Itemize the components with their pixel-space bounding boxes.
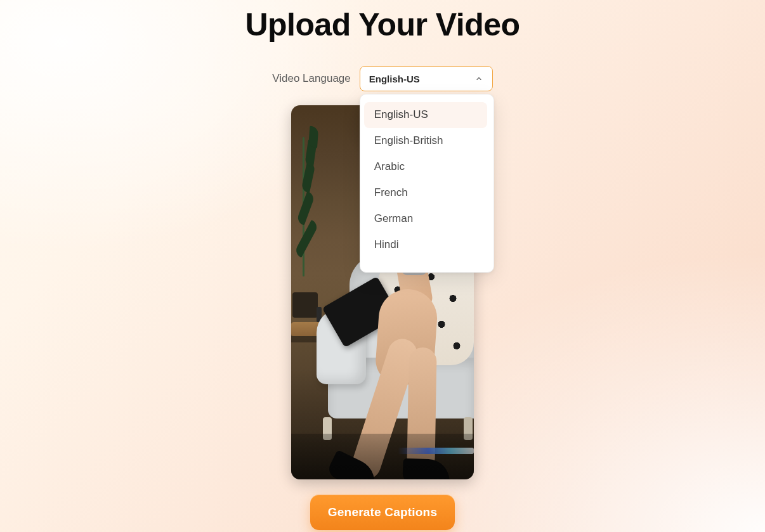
language-option[interactable]: Hindi [364, 232, 487, 258]
language-option[interactable]: English-British [364, 128, 487, 154]
generate-captions-button[interactable]: Generate Captions [310, 495, 455, 530]
language-select-trigger[interactable]: English-US [360, 66, 493, 91]
language-option[interactable]: German [364, 206, 487, 232]
language-select: English-US English-US English-British Ar… [360, 66, 493, 91]
language-row: Video Language English-US English-US Eng… [272, 66, 493, 91]
language-option[interactable]: French [364, 180, 487, 206]
language-option[interactable]: Arabic [364, 154, 487, 180]
language-selected-value: English-US [369, 74, 420, 84]
page-title: Upload Your Video [245, 6, 520, 43]
language-option[interactable]: English-US [364, 102, 487, 128]
language-dropdown-list[interactable]: English-US English-British Arabic French… [364, 102, 490, 266]
language-label: Video Language [272, 72, 351, 85]
language-option[interactable]: Italian [364, 258, 487, 266]
chevron-up-icon [474, 74, 483, 83]
language-dropdown: English-US English-British Arabic French… [360, 94, 494, 273]
